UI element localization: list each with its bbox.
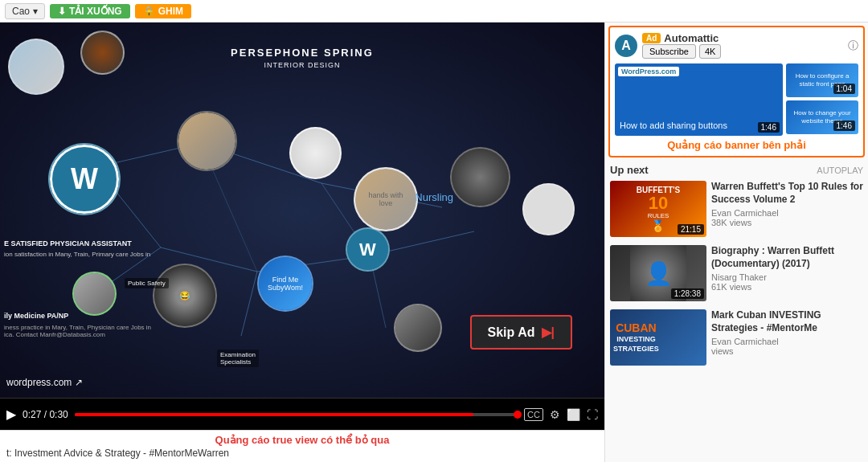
nursling-label: Nursling [415,191,453,203]
card-buffett-views: 38K views [711,218,863,227]
node-photo-10: Find Me SubyWom! [257,256,313,312]
annotation-sub-label: t: Investment Advice & Strategy - #Mento… [6,448,229,459]
info-icon[interactable]: ⓘ [848,39,858,53]
ad-thumb-logo: WordPress.com [618,67,679,76]
quality-badge: 4K [699,44,721,59]
download-button[interactable]: ⬇ TẢI XUỐNG [50,4,130,18]
video-card-biography[interactable]: 👤 1:28:38 Biography : Warren Buffett (Do… [610,245,863,301]
video-card-cuban[interactable]: CUBAN INVESTING STRATEGIES Mark Cuban IN… [610,309,863,366]
node-photo-8 [72,272,117,316]
public-safety-label: Public Safety [125,278,169,288]
ad-orange-label: Quảng cáo banner bên phải [615,139,858,151]
family-medicine-label: ily Medicine PA/NP [4,312,68,320]
node-photo-11 [394,304,442,352]
ad-thumb-main-text: How to add sharing buttons [620,120,778,131]
play-button[interactable]: ▶ [6,407,16,422]
cc-icon[interactable]: CC [524,408,543,421]
right-sidebar: A Ad Automattic Subscribe 4K ⓘ WordPress… [604,22,868,462]
dropdown-label: Cao [12,6,30,17]
dropdown-cao[interactable]: Cao ▾ [5,3,45,19]
wordpress-url: wordpress.com ↗ [6,377,83,388]
video-area: PERSEPHONE SPRING INTERIOR DESIGN W W [0,22,604,462]
card-cuban-views: views [711,346,863,356]
skip-ad-button[interactable]: Skip Ad ▶| [470,315,572,350]
download-icon: ⬇ [58,6,66,17]
skip-ad-label: Skip Ad [488,325,535,340]
ad-thumb-main-duration: 1:46 [758,122,780,133]
card-biography-views: 61K views [711,282,863,292]
progress-filled [75,413,473,416]
main-content: PERSEPHONE SPRING INTERIOR DESIGN W W [0,22,868,462]
progress-thumb [514,411,522,419]
save-button[interactable]: 🔒 GHIM [135,4,191,18]
card-biography-title: Biography : Warren Buffett (Documentary)… [711,245,863,270]
thumb-buffett: BUFFETT'S 10 RULES 🏅 21:15 [610,181,706,237]
settings-icon[interactable]: ⚙ [550,408,560,421]
card-buffett-channel: Evan Carmichael [711,208,863,218]
node-photo-9: 😂 [153,264,217,328]
video-annotation: Quảng cáo true view có thể bỏ qua t: Inv… [0,430,604,462]
cuban-text: CUBAN INVESTING STRATEGIES [613,321,659,354]
save-label: GHIM [158,6,183,17]
node-photo-2 [80,31,125,75]
video-frame: PERSEPHONE SPRING INTERIOR DESIGN W W [0,22,604,398]
miniplayer-icon[interactable]: ⬜ [567,408,580,421]
examination-label: ExaminationSpecialists [217,350,259,367]
node-photo-6 [450,147,510,207]
autoplay-label: AUTOPLAY [817,166,863,175]
node-photo-5: hands with love [354,167,418,231]
up-next-section: Up next AUTOPLAY BUFFETT'S 10 RULES 🏅 21… [605,161,868,462]
ad-header: A Ad Automattic Subscribe 4K ⓘ [615,32,858,59]
ad-thumb-sm2-duration: 1:46 [833,121,855,131]
ad-banner: A Ad Automattic Subscribe 4K ⓘ WordPress… [608,26,865,157]
card-cuban-title: Mark Cuban INVESTING Strategies - #Mento… [711,309,863,334]
video-background: PERSEPHONE SPRING INTERIOR DESIGN W W [0,22,604,398]
ad-thumb-sm1-duration: 1:04 [833,84,855,94]
physician-label: E SATISFIED PHYSICIAN ASSISTANT ion sati… [4,239,150,259]
ad-channel-name: Automattic [664,32,719,44]
chevron-down-icon: ▾ [33,6,38,17]
card-cuban-channel: Evan Carmichael [711,337,863,346]
annotation-red-label: Quảng cáo true view có thể bỏ qua [6,434,598,446]
ad-thumbnails: WordPress.com How to add sharing buttons… [615,63,858,136]
card-biography-channel: Nisarg Thaker [711,272,863,282]
node-photo-7 [522,183,575,235]
card-buffett-title: Warren Buffett's Top 10 Rules for Succes… [711,181,863,206]
family-medicine-sub: iness practice in Mary, Train, Physician… [4,324,151,338]
video-card-buffett[interactable]: BUFFETT'S 10 RULES 🏅 21:15 Warren Buffet… [610,181,863,237]
thumb-buffett-duration: 21:15 [678,224,704,235]
wordpress-node: W [48,143,121,215]
ad-thumb-column: How to configure a static front page 1:0… [786,63,858,136]
node-photo-3 [177,111,237,171]
skip-arrow-icon: ▶| [542,325,555,340]
persephone-label: PERSEPHONE SPRING [231,47,374,59]
node-photo-1 [8,39,64,95]
video-controls: ▶ 0:27 / 0:30 CC ⚙ ⬜ ⛶ [0,398,604,430]
up-next-header: Up next AUTOPLAY [610,164,863,176]
up-next-title: Up next [610,164,649,176]
video-time: 0:27 / 0:30 [23,409,68,420]
persephone-sub-label: INTERIOR DESIGN [264,61,340,69]
ad-thumb-main[interactable]: WordPress.com How to add sharing buttons… [615,63,783,136]
fullscreen-icon[interactable]: ⛶ [587,408,598,421]
node-photo-4 [289,127,342,179]
subscribe-button[interactable]: Subscribe [642,44,696,59]
thumb-biography: 👤 1:28:38 [610,245,706,301]
svg-line-11 [241,272,257,336]
download-label: TẢI XUỐNG [69,6,122,17]
wp-node-2: W [346,227,390,272]
thumb-cuban: CUBAN INVESTING STRATEGIES [610,309,706,366]
progress-bar[interactable] [75,413,518,416]
ad-channel-logo: A [615,35,637,57]
thumb-biography-duration: 1:28:38 [671,288,704,299]
save-icon: 🔒 [143,6,155,17]
ad-thumb-sm-2[interactable]: How to change your website theme 1:46 [786,100,858,134]
top-bar: Cao ▾ ⬇ TẢI XUỐNG 🔒 GHIM [0,0,868,22]
ad-badge: Ad [642,33,661,43]
ad-thumb-sm-1[interactable]: How to configure a static front page 1:0… [786,63,858,97]
